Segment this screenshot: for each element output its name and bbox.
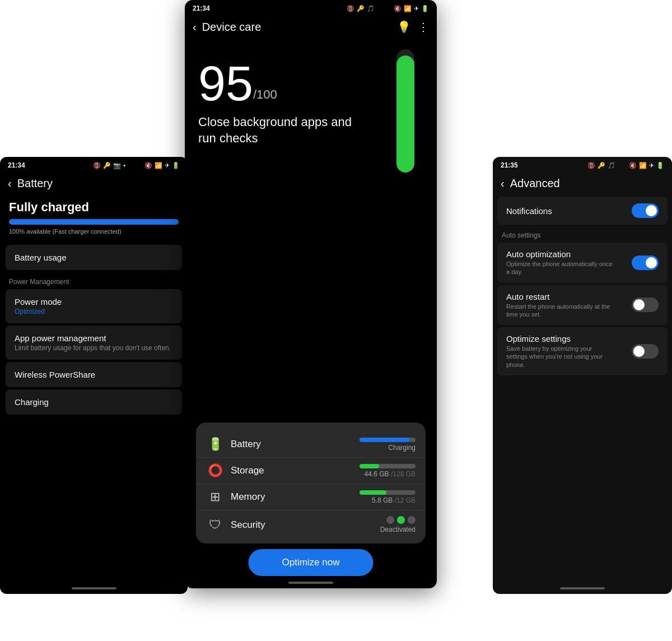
center-home-indicator [288, 582, 333, 584]
battery-card-label: Battery [231, 439, 360, 450]
app-power-item[interactable]: App power management Limit battery usage… [6, 326, 182, 360]
storage-card-bar-fill [360, 464, 379, 468]
auto-optimization-row[interactable]: Auto optimization Optimize the phone aut… [497, 243, 668, 283]
device-care-title: Device care [202, 21, 397, 34]
right-time: 21:35 [501, 161, 518, 169]
optimize-settings-toggle[interactable] [632, 344, 659, 359]
power-mode-title: Power mode [15, 297, 173, 306]
battery-bar [9, 219, 179, 225]
score-section: 95/100 Close background apps and run che… [185, 38, 437, 152]
auto-optimization-label: Auto optimization [506, 249, 613, 259]
auto-settings-label: Auto settings [493, 227, 672, 240]
fully-charged-label: Fully charged [9, 200, 179, 215]
left-status-icons: 📵 🔑 📷 • 🔇 📶 ✈ 🔋 [93, 162, 180, 169]
security-card-right: Deactivated [380, 516, 416, 533]
card-battery-row[interactable]: 🔋 Battery Charging [196, 431, 426, 458]
auto-optimization-label-group: Auto optimization Optimize the phone aut… [506, 249, 613, 276]
notifications-label: Notifications [506, 206, 552, 216]
score-bar [396, 49, 414, 173]
memory-card-bar [360, 490, 416, 495]
left-nav-bar: ‹ Battery [0, 174, 188, 194]
storage-card-right: 44.6 GB /128 GB [360, 464, 416, 478]
battery-header: Fully charged 100% available (Fast charg… [0, 194, 188, 243]
battery-card-status: Charging [360, 444, 416, 452]
battery-card-bar [360, 438, 416, 442]
memory-card-bar-fill [360, 490, 386, 495]
app-power-desc: Limit battery usage for apps that you do… [15, 344, 173, 352]
right-back-arrow-icon[interactable]: ‹ [501, 177, 505, 190]
score-denom: /100 [253, 87, 277, 102]
security-card-status: Deactivated [380, 526, 416, 533]
notifications-row[interactable]: Notifications [497, 197, 668, 225]
power-management-label: Power Management [0, 272, 188, 287]
card-storage-row[interactable]: ⭕ Storage 44.6 GB /128 GB [196, 458, 426, 484]
score-number: 95 [198, 55, 253, 111]
optimize-settings-label: Optimize settings [506, 334, 613, 343]
battery-usage-item[interactable]: Battery usage [6, 245, 182, 270]
optimize-settings-desc: Save battery by optimizing your settings… [506, 345, 613, 369]
card-memory-row[interactable]: ⊞ Memory 5.8 GB /12 GB [196, 484, 426, 510]
optimize-now-button[interactable]: Optimize now [249, 549, 374, 576]
device-care-panel: 21:34 📵 🔑 🎵 🔇 📶 ✈ 🔋 ‹ Device care 💡 ⋮ 95… [185, 0, 437, 588]
dot-1 [386, 516, 394, 524]
wireless-powershare-item[interactable]: Wireless PowerShare [6, 362, 182, 387]
right-nav-bar: ‹ Advanced [493, 174, 672, 194]
memory-card-status: 5.8 GB /12 GB [360, 496, 416, 504]
center-back-arrow-icon[interactable]: ‹ [193, 21, 197, 34]
memory-card-label: Memory [231, 491, 360, 503]
auto-restart-toggle[interactable] [632, 298, 659, 312]
charging-item[interactable]: Charging [6, 389, 182, 415]
security-card-label: Security [231, 519, 380, 531]
left-time: 21:34 [8, 161, 25, 169]
auto-restart-row[interactable]: Auto restart Restart the phone automatic… [497, 285, 668, 326]
home-indicator [72, 587, 116, 589]
advanced-panel: 21:35 📵 🔑 🎵 🔇 📶 ✈ 🔋 ‹ Advanced Notificat… [493, 157, 672, 594]
power-mode-item[interactable]: Power mode Optimized [6, 289, 182, 323]
auto-optimization-desc: Optimize the phone automatically once a … [506, 260, 613, 276]
security-card-icon: 🛡 [206, 518, 224, 532]
advanced-title: Advanced [510, 177, 560, 190]
battery-card-right: Charging [360, 438, 416, 452]
auto-restart-label: Auto restart [506, 292, 613, 301]
battery-panel: 21:34 📵 🔑 📷 • 🔇 📶 ✈ 🔋 ‹ Battery Fully ch… [0, 157, 188, 594]
optimize-settings-label-group: Optimize settings Save battery by optimi… [506, 334, 613, 369]
notifications-label-group: Notifications [506, 206, 552, 216]
wireless-powershare-label: Wireless PowerShare [15, 370, 95, 379]
battery-usage-label: Battery usage [15, 253, 67, 262]
score-display: 95/100 [198, 55, 423, 112]
app-power-title: App power management [15, 333, 173, 343]
auto-optimization-toggle[interactable] [632, 256, 659, 270]
battery-title: Battery [17, 177, 53, 190]
score-bar-fill [396, 55, 414, 173]
storage-card-icon: ⭕ [206, 463, 224, 478]
left-status-bar: 21:34 📵 🔑 📷 • 🔇 📶 ✈ 🔋 [0, 157, 188, 174]
center-time: 21:34 [193, 4, 210, 12]
center-nav-bar: ‹ Device care 💡 ⋮ [185, 17, 437, 38]
battery-card-bar-fill [360, 438, 410, 442]
right-status-bar: 21:35 📵 🔑 🎵 🔇 📶 ✈ 🔋 [493, 157, 672, 174]
optimize-settings-row[interactable]: Optimize settings Save battery by optimi… [497, 327, 668, 375]
storage-card-label: Storage [231, 465, 360, 476]
battery-card-icon: 🔋 [206, 437, 224, 452]
battery-available-text: 100% available (Fast charger connected) [9, 228, 179, 235]
center-status-icons: 📵 🔑 🎵 🔇 📶 ✈ 🔋 [347, 5, 429, 12]
auto-restart-label-group: Auto restart Restart the phone automatic… [506, 292, 613, 319]
card-security-row[interactable]: 🛡 Security Deactivated [196, 510, 426, 539]
dot-3 [408, 516, 416, 524]
lightbulb-icon[interactable]: 💡 [397, 20, 411, 34]
back-arrow-icon[interactable]: ‹ [8, 177, 12, 190]
memory-card-right: 5.8 GB /12 GB [360, 490, 416, 504]
power-mode-subtitle: Optimized [15, 308, 173, 315]
more-options-icon[interactable]: ⋮ [418, 20, 429, 34]
notifications-toggle[interactable] [632, 203, 659, 218]
storage-card-bar [360, 464, 416, 468]
battery-bar-fill [9, 219, 179, 225]
charging-label: Charging [15, 397, 49, 407]
dot-2 [397, 516, 405, 524]
security-dots [380, 516, 416, 524]
device-card: 🔋 Battery Charging ⭕ Storage 44.6 GB /12… [196, 422, 426, 544]
memory-card-icon: ⊞ [206, 490, 224, 504]
auto-restart-desc: Restart the phone automatically at the t… [506, 303, 613, 319]
storage-card-status: 44.6 GB /128 GB [360, 470, 416, 478]
score-description: Close background apps and run checks [198, 114, 355, 146]
